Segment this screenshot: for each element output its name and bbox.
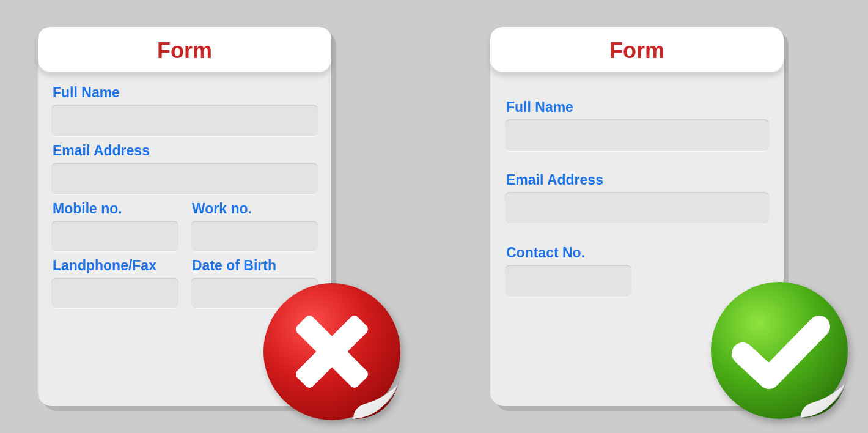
input-landphone-fax[interactable] xyxy=(51,278,178,308)
field-mobile: Mobile no. xyxy=(51,201,178,251)
input-full-name[interactable] xyxy=(51,105,318,136)
label-landphone-fax: Landphone/Fax xyxy=(53,257,178,274)
label-mobile: Mobile no. xyxy=(53,201,178,217)
input-email[interactable] xyxy=(505,192,769,224)
label-full-name: Full Name xyxy=(506,99,769,116)
incorrect-badge xyxy=(262,281,402,422)
input-email[interactable] xyxy=(51,163,318,194)
comparison-diagram: Form Full Name Email Address Mobile no. … xyxy=(0,0,868,433)
correct-badge xyxy=(709,280,850,421)
form-title: Form xyxy=(490,27,784,72)
input-contact[interactable] xyxy=(505,265,631,297)
field-full-name: Full Name xyxy=(505,99,769,151)
label-dob: Date of Birth xyxy=(192,257,318,274)
field-work: Work no. xyxy=(191,201,318,251)
label-email: Email Address xyxy=(506,172,769,188)
label-work: Work no. xyxy=(192,201,318,217)
cross-icon xyxy=(262,281,402,422)
field-full-name: Full Name xyxy=(51,84,318,136)
label-full-name: Full Name xyxy=(53,84,318,101)
label-contact: Contact No. xyxy=(506,245,769,261)
field-email: Email Address xyxy=(505,172,769,224)
input-mobile[interactable] xyxy=(51,221,178,251)
field-landphone-fax: Landphone/Fax xyxy=(51,257,178,308)
form-title: Form xyxy=(38,27,331,72)
input-work[interactable] xyxy=(191,221,318,251)
field-email: Email Address xyxy=(51,142,318,194)
label-email: Email Address xyxy=(53,142,318,159)
check-icon xyxy=(709,280,850,421)
input-full-name[interactable] xyxy=(505,119,769,151)
